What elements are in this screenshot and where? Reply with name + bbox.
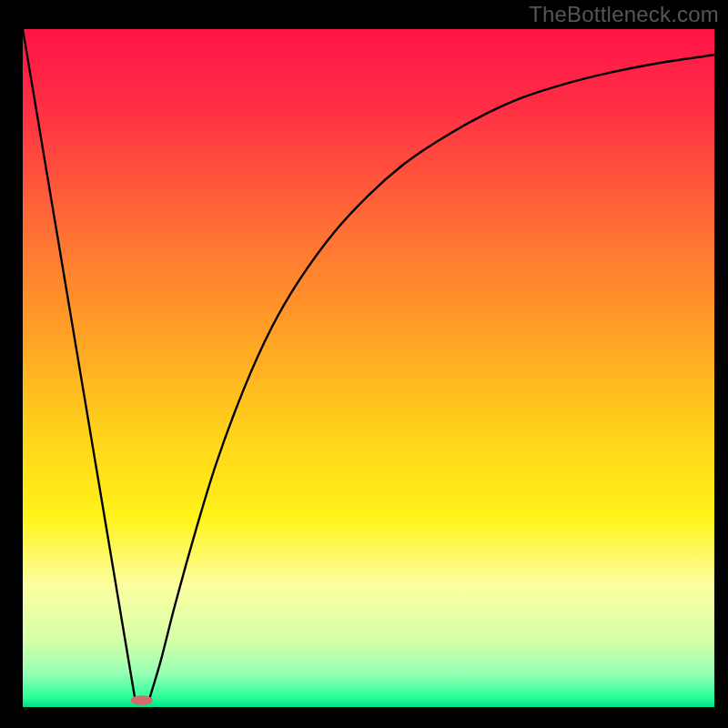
min-point-pill <box>131 695 153 704</box>
chart-svg <box>23 29 714 707</box>
watermark-text: TheBottleneck.com <box>529 2 719 27</box>
chart-frame: TheBottleneck.com <box>0 0 728 728</box>
marker-group <box>131 695 153 704</box>
gradient-background <box>23 29 714 707</box>
plot-area <box>23 29 714 707</box>
